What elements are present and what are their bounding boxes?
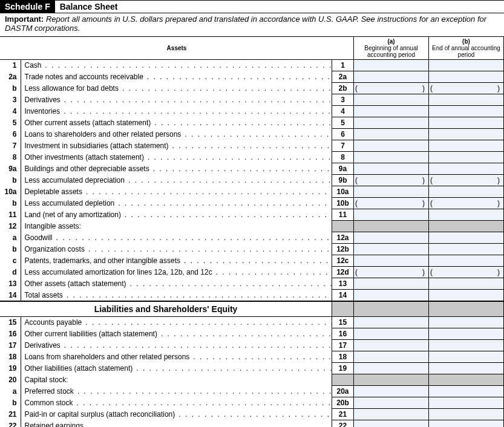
col-a-input[interactable]	[354, 408, 429, 420]
col-a-input[interactable]	[354, 316, 429, 328]
line-description: Buildings and other depreciable assets	[21, 163, 332, 175]
col-a-input[interactable]	[354, 385, 429, 397]
line-description: Depletable assets	[21, 186, 332, 198]
col-a-input[interactable]	[354, 351, 429, 362]
col-b-input[interactable]	[429, 397, 504, 408]
col-a-input[interactable]	[354, 278, 429, 290]
col-a-input[interactable]	[354, 362, 429, 374]
col-b-input[interactable]	[429, 117, 504, 129]
col-b-input[interactable]	[429, 328, 504, 339]
col-b-header: (b)End of annual accounting period	[429, 37, 504, 60]
col-a-input[interactable]	[354, 328, 429, 339]
col-a-input[interactable]	[354, 140, 429, 152]
col-b-input[interactable]	[429, 316, 504, 328]
line-description: Common stock	[21, 397, 332, 408]
line-description: Other assets (attach statement)	[21, 278, 332, 290]
col-b-input[interactable]	[429, 106, 504, 117]
line-ref: 13	[332, 278, 354, 290]
line-description: Less accumulated depletion	[21, 198, 332, 209]
col-a-input[interactable]: ()	[354, 267, 429, 278]
col-b-input[interactable]	[429, 186, 504, 198]
col-a-input[interactable]	[354, 339, 429, 351]
col-a-input[interactable]	[354, 186, 429, 198]
line-description: Derivatives	[21, 339, 332, 351]
col-a-input[interactable]	[354, 152, 429, 163]
line-number: 5	[0, 117, 21, 129]
col-a-input[interactable]	[354, 163, 429, 175]
col-a-input[interactable]	[354, 60, 429, 71]
line-number: 11	[0, 209, 21, 221]
line-number: 17	[0, 339, 21, 351]
col-b-input[interactable]: ()	[429, 198, 504, 209]
col-b-input[interactable]	[429, 351, 504, 362]
col-a-input[interactable]	[354, 244, 429, 255]
col-b-input[interactable]	[429, 209, 504, 221]
col-a-input[interactable]	[354, 290, 429, 301]
line-number: 18	[0, 351, 21, 362]
line-ref: 3	[332, 94, 354, 106]
col-b-input[interactable]	[429, 232, 504, 244]
col-b-input[interactable]	[429, 278, 504, 290]
line-number: 15	[0, 316, 21, 328]
col-b-input[interactable]	[429, 60, 504, 71]
col-a-input[interactable]	[354, 106, 429, 117]
col-a-input[interactable]: ()	[354, 175, 429, 186]
col-b-input[interactable]	[429, 71, 504, 83]
line-ref: 20a	[332, 385, 354, 397]
table-row: bLess allowance for bad debts2b()()	[0, 83, 504, 94]
col-a-input[interactable]	[354, 209, 429, 221]
col-b-input[interactable]	[429, 408, 504, 420]
line-description: Other investments (attach statement)	[21, 152, 332, 163]
important-label: Important:	[5, 15, 44, 24]
col-a-input[interactable]	[354, 117, 429, 129]
col-a-input[interactable]	[354, 71, 429, 83]
line-number: d	[0, 267, 21, 278]
line-description: Capital stock:	[21, 374, 332, 385]
col-a-input[interactable]	[354, 94, 429, 106]
blank-cell	[354, 301, 429, 317]
col-b-input[interactable]	[429, 339, 504, 351]
col-a-input	[354, 221, 429, 232]
col-b-input[interactable]	[429, 420, 504, 427]
table-row: bLess accumulated depreciation9b()()	[0, 175, 504, 186]
col-b-input[interactable]	[429, 255, 504, 267]
col-b-input[interactable]	[429, 362, 504, 374]
line-ref: 4	[332, 106, 354, 117]
line-number: b	[0, 397, 21, 408]
col-a-input[interactable]	[354, 129, 429, 140]
col-b-input[interactable]: ()	[429, 175, 504, 186]
line-description: Intangible assets:	[21, 221, 332, 232]
col-b-input[interactable]	[429, 94, 504, 106]
line-description: Preferred stock	[21, 385, 332, 397]
col-b-input[interactable]	[429, 385, 504, 397]
line-description: Other current liabilities (attach statem…	[21, 328, 332, 339]
col-a-input[interactable]	[354, 232, 429, 244]
col-a-input[interactable]	[354, 255, 429, 267]
col-b-input[interactable]	[429, 140, 504, 152]
line-description: Total assets	[21, 290, 332, 301]
col-b-input[interactable]	[429, 290, 504, 301]
table-row: aGoodwill12a	[0, 232, 504, 244]
col-a-input[interactable]: ()	[354, 198, 429, 209]
table-row: bLess accumulated depletion10b()()	[0, 198, 504, 209]
line-description: Loans from shareholders and other relate…	[21, 351, 332, 362]
col-b-input[interactable]	[429, 163, 504, 175]
col-b-input[interactable]: ()	[429, 267, 504, 278]
line-number: a	[0, 232, 21, 244]
liabilities-section-title: Liabilities and Shareholders' Equity	[0, 301, 332, 317]
important-note: Important: Report all amounts in U.S. do…	[0, 13, 504, 36]
line-ref: 19	[332, 362, 354, 374]
line-number: a	[0, 385, 21, 397]
col-a-input[interactable]	[354, 397, 429, 408]
col-a-input[interactable]: ()	[354, 83, 429, 94]
blank-cell	[429, 301, 504, 317]
col-b-input[interactable]	[429, 244, 504, 255]
col-b-input[interactable]	[429, 152, 504, 163]
line-ref: 1	[332, 60, 354, 71]
col-a-input[interactable]	[354, 420, 429, 427]
line-ref: 20b	[332, 397, 354, 408]
col-b-input[interactable]: ()	[429, 83, 504, 94]
table-row: 10aDepletable assets10a	[0, 186, 504, 198]
line-ref: 12a	[332, 232, 354, 244]
col-b-input[interactable]	[429, 129, 504, 140]
